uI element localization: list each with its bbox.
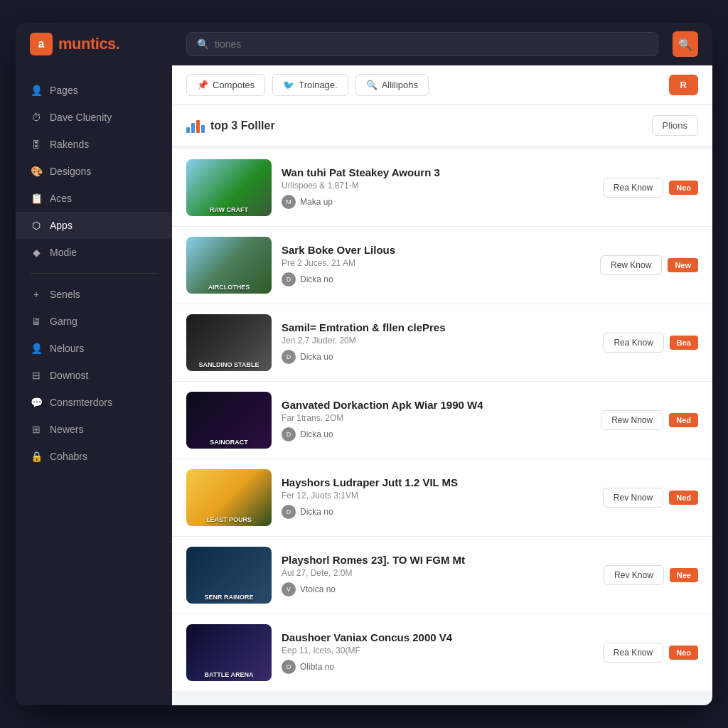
list-item: RAW CRAFT Wan tuhi Pat Steakey Awourn 3 … [172, 149, 712, 227]
apps-icon: ⬡ [30, 219, 43, 232]
sidebar-item-apps[interactable]: ⬡ Apps [16, 212, 172, 239]
app-thumbnail: SAINORACT [186, 392, 272, 449]
thumbnail-label: SENR RAINORE [189, 594, 269, 601]
app-meta: Aul 27, Dete, 2:0M [282, 568, 594, 578]
avatar: D [282, 505, 296, 519]
read-button[interactable]: Rew Nnow [601, 410, 663, 430]
list-item: BATTLE ARENA Daushoer Vaniax Concus 2000… [172, 614, 712, 692]
new-badge: Ned [669, 491, 698, 505]
logo-icon: a [30, 33, 53, 55]
app-thumbnail: LEAST POURS [186, 469, 272, 526]
app-thumbnail: SANLDINO STABLE [186, 314, 272, 371]
avatar: D [282, 427, 296, 441]
app-info: Sark Boke Over Lilous Pre 2 Juces, 21 AM… [282, 244, 590, 287]
avatar: D [282, 272, 296, 287]
list-item: SANLDINO STABLE Samil= Emtration & fllen… [172, 304, 712, 382]
app-info: Hayshors Ludraper Jutt 1.2 VIL MS Fer 12… [282, 476, 593, 519]
sidebar-divider [30, 273, 158, 274]
lock-icon: 🔒 [30, 450, 43, 463]
app-author: D Dicka no [282, 272, 590, 287]
app-actions: Rea Know Neo [603, 643, 698, 663]
search-button[interactable]: 🔍 [673, 31, 698, 57]
main-layout: 👤 Pages ⏱ Dave Cluenity 🎛 Rakends 🎨 Desi… [16, 65, 712, 705]
app-title: Hayshors Ludraper Jutt 1.2 VIL MS [282, 476, 593, 488]
app-actions: Rew Nnow Ned [601, 410, 698, 430]
new-badge: Nee [670, 568, 698, 582]
app-list: RAW CRAFT Wan tuhi Pat Steakey Awourn 3 … [172, 149, 712, 692]
monitor-icon: 🖥 [30, 315, 43, 328]
user-icon: 👤 [30, 84, 43, 97]
sidebar-item-dave-cluenity[interactable]: ⏱ Dave Cluenity [16, 104, 172, 131]
filter-allilipohs[interactable]: 🔍 Allilipohs [355, 74, 429, 96]
search-bar: 🔍 [186, 32, 658, 56]
app-author: M Maka up [282, 195, 593, 209]
clipboard-icon: 📋 [30, 192, 43, 205]
read-button[interactable]: Rev Nnow [603, 488, 663, 508]
header: a muntics. 🔍 🔍 [16, 23, 712, 65]
list-item: SAINORACT Ganvated Dorkaction Apk Wiar 1… [172, 382, 712, 459]
sidebar-item-rakends[interactable]: 🎛 Rakends [16, 131, 172, 158]
app-meta: Far 1trans, 2OM [282, 413, 591, 423]
app-title: Sark Boke Over Lilous [282, 244, 590, 256]
app-info: Daushoer Vaniax Concus 2000 V4 Eep 11, l… [282, 631, 593, 674]
sidebar-item-pages[interactable]: 👤 Pages [16, 77, 172, 104]
avatar: O [282, 660, 296, 674]
sidebar-item-downost[interactable]: ⊟ Downost [16, 362, 172, 389]
thumbnail-label: SANLDINO STABLE [189, 361, 269, 368]
sidebar: 👤 Pages ⏱ Dave Cluenity 🎛 Rakends 🎨 Desi… [16, 65, 172, 705]
thumbnail-label: AIRCLOTHES [189, 284, 269, 291]
sidebar-item-garng[interactable]: 🖥 Garng [16, 308, 172, 335]
filter-compotes[interactable]: 📌 Compotes [186, 74, 265, 96]
sidebar-item-modie[interactable]: ◆ Modie [16, 239, 172, 266]
app-info: Samil= Emtration & fllen clePres Jen 2,7… [282, 321, 593, 364]
list-item: SENR RAINORE Playshorl Romes 23]. TO WI … [172, 537, 712, 614]
app-meta: Jen 2,7 Jluder, 20M [282, 336, 593, 346]
palette-icon: 🎨 [30, 165, 43, 178]
sidebar-item-newers[interactable]: ⊞ Newers [16, 416, 172, 443]
content-area: 📌 Compotes 🐦 Troinage. 🔍 Allilipohs R [172, 65, 712, 705]
read-button[interactable]: Rea Know [603, 333, 663, 353]
app-title: Daushoer Vaniax Concus 2000 V4 [282, 631, 593, 643]
sidebar-item-cohabrs[interactable]: 🔒 Cohabrs [16, 443, 172, 470]
sidebar-item-senels[interactable]: + Senels [16, 281, 172, 308]
read-button[interactable]: Rea Know [603, 178, 663, 198]
new-badge: Bea [670, 336, 698, 350]
logo-area: a muntics. [30, 33, 172, 55]
sidebar-item-consmterdors[interactable]: 💬 Consmterdors [16, 389, 172, 416]
plans-button[interactable]: Plions [652, 115, 698, 136]
app-info: Ganvated Dorkaction Apk Wiar 1990 W4 Far… [282, 399, 591, 441]
read-button[interactable]: Rea Know [603, 643, 663, 663]
diamond-icon: ◆ [30, 246, 43, 259]
app-thumbnail: BATTLE ARENA [186, 624, 272, 681]
sidebar-item-aces[interactable]: 📋 Aces [16, 185, 172, 212]
timer-icon: ⏱ [30, 111, 43, 124]
filter-troinage[interactable]: 🐦 Troinage. [272, 74, 348, 96]
app-thumbnail: AIRCLOTHES [186, 237, 272, 294]
app-meta: Pre 2 Juces, 21 AM [282, 258, 590, 268]
grid-icon: 🎛 [30, 138, 43, 151]
avatar: M [282, 195, 296, 209]
avatar: D [282, 350, 296, 364]
section-title: top 3 Folller [186, 119, 275, 133]
app-thumbnail: SENR RAINORE [186, 547, 272, 604]
app-title: Ganvated Dorkaction Apk Wiar 1990 W4 [282, 399, 591, 411]
search-input[interactable] [215, 38, 648, 50]
app-actions: Rew Know New [600, 255, 698, 275]
read-button[interactable]: Rev Know [604, 565, 664, 585]
read-button[interactable]: Rew Know [600, 255, 662, 275]
app-author: V Vtoica no [282, 582, 594, 596]
table-icon: ⊞ [30, 423, 43, 436]
download-icon: ⊟ [30, 369, 43, 382]
plus-icon: + [30, 288, 43, 301]
sidebar-item-nelours[interactable]: 👤 Nelours [16, 335, 172, 362]
new-badge: New [668, 258, 698, 272]
app-actions: Rev Know Nee [604, 565, 698, 585]
app-author: O Olibta no [282, 660, 593, 674]
app-actions: Rea Know Bea [603, 333, 698, 353]
app-actions: Rea Know Neo [603, 178, 698, 198]
action-button[interactable]: R [669, 75, 698, 95]
sidebar-item-desigons[interactable]: 🎨 Desigons [16, 158, 172, 185]
chart-icon [186, 119, 205, 133]
filter-bar: 📌 Compotes 🐦 Troinage. 🔍 Allilipohs R [172, 65, 712, 105]
search-icon: 🔍 [197, 38, 209, 50]
